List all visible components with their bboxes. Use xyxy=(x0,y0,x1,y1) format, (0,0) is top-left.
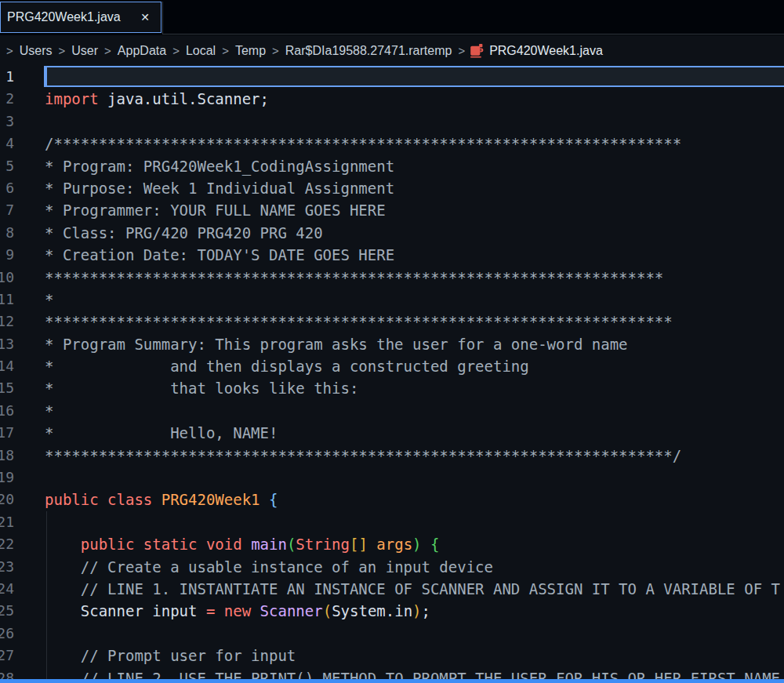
token: * Program: PRG420Week1_CodingAssignment xyxy=(45,158,394,175)
breadcrumb-item-local[interactable]: Local xyxy=(184,44,217,58)
code-text: * Purpose: Week 1 Individual Assignment xyxy=(45,177,394,199)
code-line-15[interactable]: 15* that looks like this: xyxy=(0,377,784,399)
code-line-14[interactable]: 14* and then displays a constructed gree… xyxy=(0,355,784,377)
line-number-23[interactable]: 23 xyxy=(0,556,14,578)
line-number-16[interactable]: 16 xyxy=(0,400,14,422)
token: ) xyxy=(412,536,421,553)
line-number-19[interactable]: 19 xyxy=(0,467,14,489)
token xyxy=(45,558,81,576)
code-line-11[interactable]: 11* xyxy=(0,289,784,311)
code-text: public static void main(String[] args) { xyxy=(45,533,439,555)
token: * xyxy=(45,291,53,308)
code-text: // Prompt user for input xyxy=(45,645,296,667)
code-line-13[interactable]: 13* Program Summary: This program asks t… xyxy=(0,333,784,355)
tab-bar: PRG420Week1.java ✕ xyxy=(0,0,784,35)
code-line-22[interactable]: 22 public static void main(String[] args… xyxy=(0,533,784,555)
token: // LINE 1. INSTANTIATE AN INSTANCE OF SC… xyxy=(81,580,780,598)
tab-bar-empty-area xyxy=(162,2,784,35)
breadcrumb-item-user[interactable]: User xyxy=(70,44,100,58)
token: * Hello, NAME! xyxy=(45,424,278,441)
line-number-11[interactable]: 11 xyxy=(0,289,14,311)
line-number-26[interactable]: 26 xyxy=(0,623,14,645)
code-line-5[interactable]: 5* Program: PRG420Week1_CodingAssignment xyxy=(0,155,784,177)
code-text: * xyxy=(45,289,53,311)
breadcrumb-item-appdata[interactable]: AppData xyxy=(116,44,168,58)
line-number-6[interactable]: 6 xyxy=(0,177,14,199)
token: * Program Summary: This program asks the… xyxy=(45,336,628,353)
token: * Purpose: Week 1 Individual Assignment xyxy=(45,180,394,197)
line-number-24[interactable]: 24 xyxy=(0,578,14,600)
token: * Class: PRG/420 PRG420 PRG 420 xyxy=(45,224,323,242)
line-number-4[interactable]: 4 xyxy=(0,133,14,154)
code-line-18[interactable]: 18**************************************… xyxy=(0,445,784,467)
code-line-8[interactable]: 8* Class: PRG/420 PRG420 PRG 420 xyxy=(0,222,784,244)
tab-prg420week1-java[interactable]: PRG420Week1.java ✕ xyxy=(0,2,162,33)
token xyxy=(368,536,376,553)
line-number-8[interactable]: 8 xyxy=(0,222,14,244)
breadcrumb-item-temp[interactable]: Temp xyxy=(234,44,267,58)
code-line-12[interactable]: 12**************************************… xyxy=(0,311,784,332)
code-line-17[interactable]: 17* Hello, NAME! xyxy=(0,422,784,444)
code-line-2[interactable]: 2import java.util.Scanner; xyxy=(0,88,784,110)
token xyxy=(45,602,81,619)
code-line-7[interactable]: 7* Programmer: YOUR FULL NAME GOES HERE xyxy=(0,199,784,221)
token: /***************************************… xyxy=(45,135,681,152)
code-line-20[interactable]: 20public class PRG420Week1 { xyxy=(0,489,784,510)
code-line-16[interactable]: 16* xyxy=(0,400,784,422)
code-text: * Hello, NAME! xyxy=(45,422,278,444)
token: * Creation Date: TODAY'S DATE GOES HERE xyxy=(45,246,394,263)
line-number-10[interactable]: 10 xyxy=(0,267,14,289)
line-number-12[interactable]: 12 xyxy=(0,311,14,332)
breadcrumb-item-rar-dia19588-27471-rartemp[interactable]: Rar$DIa19588.27471.rartemp xyxy=(284,44,454,58)
line-number-27[interactable]: 27 xyxy=(0,645,14,667)
line-number-22[interactable]: 22 xyxy=(0,533,14,555)
chevron-right-icon: > xyxy=(217,44,234,57)
code-line-1[interactable]: 1 xyxy=(0,66,784,88)
line-number-2[interactable]: 2 xyxy=(0,88,14,110)
token: * and then displays a constructed greeti… xyxy=(45,358,529,375)
code-text: * Programmer: YOUR FULL NAME GOES HERE xyxy=(45,199,386,221)
line-number-13[interactable]: 13 xyxy=(0,333,14,355)
code-line-10[interactable]: 10**************************************… xyxy=(0,267,784,289)
code-line-26[interactable]: 26 xyxy=(0,623,784,645)
code-line-27[interactable]: 27 // Prompt user for input xyxy=(0,645,784,667)
token: ( xyxy=(287,536,296,553)
code-text: import java.util.Scanner; xyxy=(45,88,269,110)
code-line-4[interactable]: 4/**************************************… xyxy=(0,133,784,154)
token: public static void xyxy=(81,536,242,553)
code-line-25[interactable]: 25 Scanner input = new Scanner(System.in… xyxy=(0,600,784,622)
token: ) xyxy=(412,602,421,619)
line-number-7[interactable]: 7 xyxy=(0,199,14,221)
code-line-19[interactable]: 19 xyxy=(0,467,784,489)
code-line-21[interactable]: 21 xyxy=(0,511,784,533)
tab-label: PRG420Week1.java xyxy=(7,10,121,24)
line-number-14[interactable]: 14 xyxy=(0,355,14,377)
breadcrumb-item-users[interactable]: Users xyxy=(18,44,54,58)
code-text: public class PRG420Week1 { xyxy=(45,489,278,510)
code-text: * and then displays a constructed greeti… xyxy=(45,355,529,377)
line-number-17[interactable]: 17 xyxy=(0,422,14,444)
code-line-6[interactable]: 6* Purpose: Week 1 Individual Assignment xyxy=(0,177,784,199)
code-line-9[interactable]: 9* Creation Date: TODAY'S DATE GOES HERE xyxy=(0,244,784,266)
code-text: * xyxy=(45,400,53,422)
breadcrumb-item-file[interactable]: PRG420Week1.java xyxy=(470,43,603,58)
line-number-9[interactable]: 9 xyxy=(0,244,14,266)
code-line-3[interactable]: 3 xyxy=(0,111,784,133)
line-number-21[interactable]: 21 xyxy=(0,511,14,533)
line-number-18[interactable]: 18 xyxy=(0,445,14,467)
tab-close-icon[interactable]: ✕ xyxy=(137,9,153,25)
line-number-20[interactable]: 20 xyxy=(0,489,14,510)
line-number-25[interactable]: 25 xyxy=(0,600,14,622)
line-number-15[interactable]: 15 xyxy=(0,377,14,399)
token xyxy=(45,647,81,664)
code-text: // LINE 1. INSTANTIATE AN INSTANCE OF SC… xyxy=(45,578,780,600)
line-number-3[interactable]: 3 xyxy=(0,111,14,133)
code-editor[interactable]: 12import java.util.Scanner;34/**********… xyxy=(0,66,784,683)
token xyxy=(422,536,430,553)
line-number-5[interactable]: 5 xyxy=(0,155,14,177)
token: // Prompt user for input xyxy=(81,647,296,664)
code-line-24[interactable]: 24 // LINE 1. INSTANTIATE AN INSTANCE OF… xyxy=(0,578,784,600)
token: * Programmer: YOUR FULL NAME GOES HERE xyxy=(45,202,386,219)
line-number-1[interactable]: 1 xyxy=(0,66,14,88)
code-line-23[interactable]: 23 // Create a usable instance of an inp… xyxy=(0,556,784,578)
